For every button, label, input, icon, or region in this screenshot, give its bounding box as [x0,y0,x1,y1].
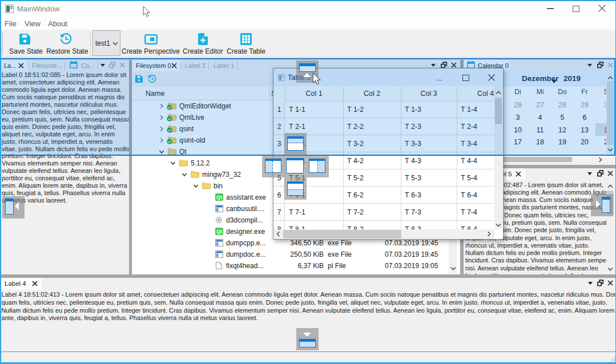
svg-text:Qt: Qt [216,195,222,200]
svg-text:Qt: Qt [216,229,222,234]
